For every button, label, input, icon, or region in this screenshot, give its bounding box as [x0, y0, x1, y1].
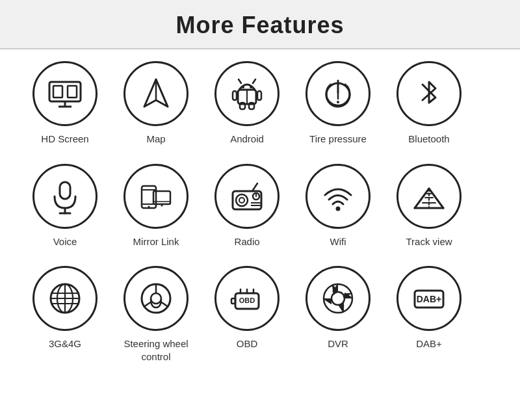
svg-point-39	[336, 206, 341, 211]
tire-pressure-icon-circle	[306, 61, 370, 126]
android-icon	[228, 74, 266, 113]
voice-icon	[46, 177, 84, 216]
dvr-icon	[318, 279, 358, 318]
map-label: Map	[146, 133, 165, 146]
android-icon-circle	[214, 61, 280, 126]
obd-icon: OBD	[228, 279, 266, 318]
map-icon-circle	[124, 61, 188, 126]
svg-line-10	[239, 79, 241, 83]
svg-point-9	[250, 86, 252, 88]
android-label: Android	[230, 133, 264, 146]
dab-plus-label: DAB+	[416, 337, 442, 350]
svg-rect-21	[60, 182, 70, 199]
map-icon	[136, 74, 176, 113]
voice-label: Voice	[53, 235, 77, 248]
dab-plus-icon-circle: DAB+	[396, 266, 462, 331]
svg-point-20	[337, 101, 339, 103]
obd-label: OBD	[237, 337, 258, 350]
svg-text:OBD: OBD	[239, 296, 255, 304]
svg-point-8	[242, 86, 244, 88]
svg-rect-2	[68, 86, 77, 98]
feature-tire-pressure: Tire pressure	[292, 61, 384, 146]
page-header: More Features	[0, 0, 520, 49]
bluetooth-icon-circle	[396, 61, 462, 126]
bluetooth-icon	[410, 74, 448, 113]
obd-icon-circle: OBD	[214, 266, 280, 331]
tire-pressure-icon	[318, 74, 358, 113]
feature-track-view: Track view	[384, 164, 474, 248]
3g4g-icon	[46, 279, 84, 318]
svg-rect-13	[257, 91, 261, 100]
svg-line-56	[144, 302, 151, 307]
dvr-label: DVR	[328, 337, 348, 350]
feature-dvr: DVR	[292, 266, 384, 363]
mirror-link-icon-circle	[124, 164, 188, 229]
feature-android: Android	[202, 61, 292, 146]
mirror-link-label: Mirror Link	[133, 235, 179, 248]
svg-point-33	[239, 198, 244, 203]
feature-bluetooth: Bluetooth	[384, 61, 474, 146]
steering-wheel-icon-circle	[124, 266, 188, 331]
svg-point-27	[148, 205, 150, 207]
svg-point-29	[161, 204, 163, 206]
svg-rect-12	[233, 91, 237, 100]
feature-radio: Radio	[202, 164, 292, 248]
feature-mirror-link: Mirror Link	[110, 164, 202, 248]
feature-hd-screen: HD Screen	[20, 61, 110, 146]
svg-line-11	[253, 79, 255, 83]
svg-rect-59	[231, 298, 235, 304]
tire-pressure-label: Tire pressure	[309, 133, 367, 146]
feature-map: Map	[110, 61, 202, 146]
3g4g-label: 3G&4G	[49, 337, 81, 350]
steering-wheel-icon	[136, 279, 176, 318]
dab-plus-icon: DAB+	[410, 279, 448, 318]
track-view-icon	[410, 177, 448, 216]
hd-screen-icon	[46, 74, 84, 113]
radio-label: Radio	[234, 235, 259, 248]
page-title: More Features	[0, 12, 520, 39]
wifi-icon-circle	[306, 164, 370, 229]
svg-text:DAB+: DAB+	[417, 294, 442, 304]
hd-screen-label: HD Screen	[41, 133, 88, 146]
svg-line-57	[161, 302, 168, 307]
steering-wheel-label: Steering wheel control	[110, 337, 202, 363]
feature-obd: OBD OBD	[202, 266, 292, 363]
hd-screen-icon-circle	[32, 61, 98, 126]
feature-steering-wheel: Steering wheel control	[110, 266, 202, 363]
track-view-icon-circle	[396, 164, 462, 229]
svg-point-32	[236, 194, 248, 206]
track-view-label: Track view	[406, 235, 452, 248]
svg-point-54	[151, 293, 161, 304]
svg-line-38	[252, 183, 257, 191]
svg-rect-1	[53, 86, 62, 98]
3g4g-icon-circle	[32, 266, 98, 331]
voice-icon-circle	[32, 164, 98, 229]
feature-wifi: Wifi	[292, 164, 384, 248]
bluetooth-label: Bluetooth	[408, 133, 449, 146]
wifi-label: Wifi	[330, 235, 346, 248]
feature-3g4g: 3G&4G	[20, 266, 110, 363]
radio-icon	[228, 177, 266, 216]
mirror-link-icon	[136, 177, 176, 216]
feature-dab-plus: DAB+ DAB+	[384, 266, 474, 363]
feature-voice: Voice	[20, 164, 110, 248]
features-grid: HD Screen Map	[0, 49, 520, 387]
dvr-icon-circle	[306, 266, 370, 331]
radio-icon-circle	[214, 164, 280, 229]
wifi-icon	[318, 177, 358, 216]
